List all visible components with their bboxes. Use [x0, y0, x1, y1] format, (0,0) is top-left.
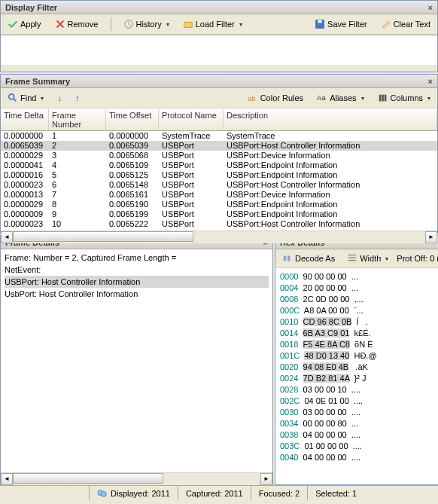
hex-line: 000C A8 0A 00 00 ¨... — [280, 305, 438, 316]
hex-line: 0024 7D B2 81 4A }² J — [280, 373, 438, 384]
up-arrow-button[interactable]: ↑ — [71, 91, 84, 105]
save-icon — [315, 19, 325, 29]
remove-icon — [55, 19, 65, 29]
display-filter-title: Display Filter — [5, 3, 57, 12]
hex-line: 0040 04 00 00 00 .... — [280, 452, 438, 463]
col-time-offset[interactable]: Time Offset — [106, 109, 159, 130]
svg-rect-8 — [384, 95, 386, 102]
save-filter-button[interactable]: Save Filter — [311, 17, 371, 32]
status-bar: Displayed: 2011 Captured: 2011 Focused: … — [0, 485, 438, 500]
hex-line: 0034 00 00 00 80 ... — [280, 418, 438, 429]
clear-icon — [381, 19, 391, 29]
details-line-selected: USBPort: Host Controller Information — [5, 276, 269, 288]
hex-line: 0008 2C 0D 00 00 ,... — [280, 294, 438, 305]
frame-details-panel: Frame Details × Frame: Number = 2, Captu… — [0, 235, 273, 485]
remove-button[interactable]: Remove — [51, 17, 102, 32]
hex-line: 0000 90 00 00 00 ... — [280, 271, 438, 283]
col-time-delta[interactable]: Time Delta — [1, 109, 49, 130]
load-icon — [183, 19, 193, 29]
svg-rect-2 — [318, 20, 321, 23]
columns-icon — [378, 93, 388, 103]
svg-point-12 — [101, 491, 106, 496]
status-captured: Captured: 2011 — [178, 486, 251, 500]
col-frame-number[interactable]: Frame Number — [49, 109, 106, 130]
color-icon: ab — [248, 93, 258, 103]
svg-text:Aa: Aa — [317, 93, 326, 102]
aliases-icon: Aa — [317, 93, 327, 103]
find-button[interactable]: Find — [4, 90, 47, 105]
hex-line: 0014 6B A3 C9 01 k£É. — [280, 328, 438, 339]
table-row[interactable]: 0.000002930.0065068USBPortUSBPort:Device… — [1, 151, 437, 160]
table-row[interactable]: 0.000000010.0000000SystemTraceSystemTrac… — [1, 131, 437, 141]
scrollbar-horizontal[interactable]: ◄ ► — [1, 231, 437, 243]
svg-rect-7 — [382, 95, 384, 102]
table-row[interactable]: 0.000004140.0065109USBPortUSBPort:Endpoi… — [1, 160, 437, 170]
find-icon — [8, 93, 18, 103]
close-icon[interactable]: × — [428, 77, 433, 86]
hex-line: 0018 F5 4E 8A C8 õN È — [280, 339, 438, 350]
hex-body[interactable]: 0000 90 00 00 00 ...0004 20 00 00 00 ...… — [275, 268, 438, 484]
scroll-thumb[interactable] — [13, 473, 163, 484]
width-icon — [347, 253, 357, 264]
scroll-thumb[interactable] — [13, 231, 193, 242]
hex-line: 003C 01 00 00 00 .... — [280, 441, 438, 452]
apply-icon — [8, 19, 18, 29]
details-line: NetEvent: — [5, 264, 269, 276]
hex-line: 0004 20 00 00 00 ... — [280, 283, 438, 294]
frame-details-body[interactable]: Frame: Number = 2, Captured Frame Length… — [1, 249, 272, 472]
hex-line: 0038 04 00 00 00 .... — [280, 429, 438, 441]
clear-text-button[interactable]: Clear Text — [377, 17, 434, 32]
hex-details-panel: Hex Details × Decode As Width Prot Off: … — [275, 235, 438, 485]
svg-rect-9 — [284, 256, 287, 261]
hex-line: 001C 48 D0 13 40 HÐ.@ — [280, 350, 438, 362]
frame-summary-title: Frame Summary — [5, 77, 70, 86]
hex-toolbar: Decode As Width Prot Off: 0 (0x — [275, 249, 438, 268]
table-row[interactable]: 0.000001370.0065161USBPortUSBPort:Device… — [1, 190, 437, 200]
decode-icon — [282, 253, 293, 264]
aliases-button[interactable]: Aa Aliases — [313, 90, 367, 105]
table-row[interactable]: 0.000002360.0065148USBPortUSBPort:Host C… — [1, 180, 437, 190]
close-icon[interactable]: × — [428, 3, 433, 12]
status-focused: Focused: 2 — [251, 486, 307, 500]
displayed-icon — [97, 488, 108, 499]
svg-point-3 — [9, 94, 14, 99]
filter-input-area[interactable] — [1, 35, 437, 65]
color-rules-button[interactable]: ab Color Rules — [244, 90, 307, 105]
details-line: Frame: Number = 2, Captured Frame Length… — [5, 252, 269, 264]
hex-line: 0020 94 08 E0 4B .àK — [280, 362, 438, 373]
width-button[interactable]: Width — [343, 251, 392, 266]
table-row[interactable]: 0.000000990.0065199USBPortUSBPort:Endpoi… — [1, 209, 437, 219]
table-row[interactable]: 0.000002980.0065190USBPortUSBPort:Endpoi… — [1, 200, 437, 209]
hex-line: 0010 CD 96 8C 0B Í . — [280, 316, 438, 328]
down-arrow-button[interactable]: ↓ — [53, 91, 65, 105]
scroll-right-button[interactable]: ► — [260, 473, 272, 485]
svg-rect-6 — [379, 95, 381, 102]
col-description[interactable]: Description — [224, 109, 437, 130]
scroll-left-button[interactable]: ◄ — [1, 231, 13, 243]
columns-button[interactable]: Columns — [374, 90, 434, 105]
history-button[interactable]: History — [120, 17, 173, 32]
display-filter-toolbar: Apply Remove History Load Filter Save Fi… — [1, 14, 437, 35]
frame-summary-header: Frame Summary × — [1, 75, 437, 88]
frame-summary-toolbar: Find ↓ ↑ ab Color Rules Aa Aliases Colum… — [1, 88, 437, 108]
svg-rect-10 — [287, 256, 290, 261]
scroll-right-button[interactable]: ► — [425, 231, 437, 243]
col-protocol-name[interactable]: Protocol Name — [159, 109, 224, 130]
table-row[interactable]: 0.006503920.0065039USBPortUSBPort:Host C… — [1, 141, 437, 151]
apply-button[interactable]: Apply — [4, 17, 45, 32]
load-filter-button[interactable]: Load Filter — [179, 17, 246, 32]
hex-line: 0030 03 00 00 00 .... — [280, 407, 438, 418]
details-line: UsbPort: Host Controller Information — [5, 288, 269, 300]
table-row[interactable]: 0.000001650.0065125USBPortUSBPort:Endpoi… — [1, 170, 437, 180]
decode-as-button[interactable]: Decode As — [278, 251, 339, 266]
frame-rows[interactable]: 0.000000010.0000000SystemTraceSystemTrac… — [1, 131, 437, 231]
column-headers: Time Delta Frame Number Time Offset Prot… — [1, 108, 437, 131]
status-selected: Selected: 1 — [307, 486, 364, 500]
display-filter-header: Display Filter × — [1, 1, 437, 14]
scroll-left-button[interactable]: ◄ — [1, 473, 13, 485]
table-row[interactable]: 0.0000023100.0065222USBPortUSBPort:Host … — [1, 219, 437, 229]
history-icon — [123, 19, 134, 29]
details-scrollbar[interactable]: ◄ ► — [1, 472, 272, 484]
svg-text:ab: ab — [248, 94, 256, 102]
status-displayed: Displayed: 2011 — [89, 486, 178, 500]
